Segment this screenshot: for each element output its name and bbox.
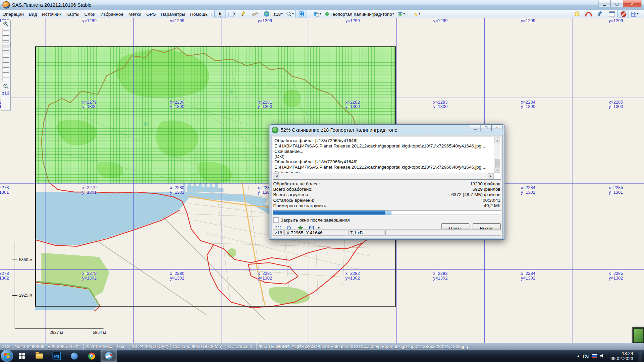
download-stats: Обработать не более:13230 файловВсего об… bbox=[273, 181, 500, 208]
flag-icon[interactable] bbox=[592, 354, 597, 358]
menu-item[interactable]: Избранное bbox=[98, 11, 125, 17]
close-after-finish-option[interactable]: Закрыть окно после завершения bbox=[273, 217, 350, 223]
checkbox-label: Закрыть окно после завершения bbox=[281, 218, 350, 223]
cursor-tool-button[interactable] bbox=[214, 10, 226, 18]
menu-toolbar-row: ОперацииВидИсточникКартыСлоиИзбранноеМет… bbox=[0, 10, 644, 18]
taskbar-chrome[interactable] bbox=[83, 350, 100, 362]
tile-grid-icon bbox=[631, 11, 637, 17]
tile-label: x=2281 y=1300 bbox=[258, 100, 272, 109]
mini-preview-image bbox=[634, 329, 643, 342]
menu-item[interactable]: Метки bbox=[126, 11, 144, 17]
download-log[interactable]: Обработка файла: [z18/x72965/y41646]E:\Н… bbox=[273, 137, 501, 180]
menu-item[interactable]: Карты bbox=[64, 11, 82, 17]
map-type-button[interactable]: ▾ bbox=[311, 10, 323, 18]
dialog-status-bar: z18 X:72965; Y:41646 7,1 кБ bbox=[273, 229, 501, 236]
window-title: SAS.Планета 201212.10106 Stable bbox=[12, 2, 92, 8]
scroll-right-icon[interactable]: ▶ bbox=[488, 173, 494, 179]
lamp-button[interactable] bbox=[571, 10, 583, 18]
close-button[interactable]: ✕ bbox=[623, 0, 642, 7]
stat-label: Обработать не более: bbox=[273, 181, 320, 187]
chevron-down-icon: ▾ bbox=[637, 12, 639, 16]
start-button[interactable] bbox=[1, 350, 13, 362]
taskbar-blue-app[interactable] bbox=[66, 350, 82, 362]
grid-icon bbox=[19, 353, 25, 359]
maximize-button[interactable]: ▢ bbox=[610, 0, 623, 7]
measure-tool-button[interactable] bbox=[237, 10, 249, 18]
zoom-slider-handle[interactable] bbox=[2, 43, 11, 46]
title-bar[interactable]: SAS.Планета 201212.10106 Stable ▁ ▢ ✕ bbox=[0, 0, 644, 10]
checkbox[interactable] bbox=[273, 217, 279, 223]
log-horizontal-scrollbar[interactable]: ◀ ▶ bbox=[274, 173, 494, 179]
globe-icon bbox=[264, 11, 269, 17]
taskbar-photoshop[interactable]: Ps bbox=[48, 350, 65, 362]
blue-app-icon bbox=[70, 352, 77, 359]
zoom-in-icon[interactable] bbox=[3, 21, 9, 26]
menu-item[interactable]: GPS bbox=[144, 11, 158, 17]
fullscreen-icon bbox=[299, 11, 304, 17]
magnifier-icon bbox=[286, 11, 291, 17]
status-segment-0: z13 bbox=[0, 343, 12, 350]
scroll-up-icon[interactable]: ▲ bbox=[494, 137, 500, 143]
pencil-icon bbox=[240, 11, 246, 17]
stat-value: 13230 файлов bbox=[470, 181, 500, 187]
chevron-down-icon: ▾ bbox=[319, 12, 321, 16]
status-segment-1: N54.60490368° E20.39257070° bbox=[12, 343, 84, 350]
taskbar-sas-planet[interactable] bbox=[101, 350, 117, 362]
map-source-selector[interactable]: Геопортал Калининград-топо ▾ bbox=[323, 10, 395, 18]
tray-expand-icon[interactable]: ▲ bbox=[577, 354, 580, 358]
dialog-close-button[interactable]: ✕ bbox=[491, 125, 502, 131]
zoom-level-dropdown[interactable]: z18 ▾ bbox=[272, 10, 284, 18]
chevron-down-icon: ▾ bbox=[392, 12, 394, 16]
edit-path-button[interactable] bbox=[594, 10, 606, 18]
fullscreen-toggle-button[interactable] bbox=[296, 10, 308, 18]
magnet-button[interactable] bbox=[583, 10, 594, 18]
taskbar: Ps ▲ RU 18:24 09.02.2023 bbox=[0, 350, 644, 362]
globe-button[interactable] bbox=[261, 10, 272, 18]
language-indicator[interactable]: RU bbox=[583, 353, 589, 358]
window-panels-icon bbox=[608, 11, 615, 16]
dialog-title-bar[interactable]: 52% Скачивание z18 Геопортал Калининград… bbox=[269, 125, 504, 135]
menu-item[interactable]: Вид bbox=[27, 11, 39, 17]
blue-pencil-icon bbox=[597, 11, 603, 17]
dialog-minimize-button[interactable]: ▁ bbox=[470, 125, 481, 131]
log-vertical-scrollbar[interactable]: ▲ ▼ bbox=[494, 137, 500, 173]
tile-grid-button[interactable]: ▾ bbox=[629, 10, 641, 18]
menu-item[interactable]: Слои bbox=[82, 11, 97, 17]
show-desktop-button[interactable] bbox=[639, 350, 642, 362]
minimize-button[interactable]: ▁ bbox=[598, 0, 611, 7]
zoom-tool-button[interactable]: ▾ bbox=[284, 10, 296, 18]
ruler-tool-button[interactable] bbox=[249, 10, 261, 18]
tray-clock[interactable]: 18:24 09.02.2023 bbox=[608, 351, 636, 361]
layers-button[interactable]: ▾ bbox=[395, 10, 407, 18]
favorites-button[interactable]: ★ ▾ bbox=[411, 10, 423, 18]
menu-item[interactable]: Источник bbox=[40, 11, 63, 17]
windows-flag-icon bbox=[4, 353, 10, 359]
scrollbar-thumb[interactable] bbox=[495, 159, 500, 168]
progress-fill-light bbox=[385, 210, 391, 215]
tile-label: x=2283 y=1299 bbox=[433, 18, 447, 23]
app-icon bbox=[2, 1, 10, 9]
scroll-down-icon[interactable]: ▼ bbox=[494, 167, 500, 173]
layers-icon bbox=[397, 11, 403, 17]
tile-label: x=2280 y=1300 bbox=[170, 100, 184, 109]
tile-label: x=2282 y=1299 bbox=[345, 18, 360, 23]
dialog-maximize-button[interactable]: ▢ bbox=[481, 125, 492, 131]
tile-label: x=2283 y=1300 bbox=[433, 100, 447, 109]
zoom-slider[interactable] bbox=[2, 28, 9, 82]
menu-item[interactable]: Параметры bbox=[159, 11, 187, 17]
log-line: Обработка файла: [z18/x72965/y41646] bbox=[274, 138, 493, 143]
taskbar-app-grid[interactable] bbox=[14, 350, 30, 362]
zoom-out-icon[interactable] bbox=[3, 83, 9, 89]
scroll-left-icon[interactable]: ◀ bbox=[274, 173, 279, 179]
volume-icon[interactable] bbox=[600, 354, 605, 358]
menu-item[interactable]: Операции bbox=[0, 11, 26, 17]
menu-item[interactable]: Помощь bbox=[188, 11, 210, 17]
suspend-downloads-button[interactable] bbox=[618, 10, 629, 18]
dialog-title: 52% Скачивание z18 Геопортал Калининград… bbox=[281, 127, 397, 133]
panels-button[interactable] bbox=[606, 10, 618, 18]
selection-tool-button[interactable]: ▾ bbox=[226, 10, 237, 18]
clock-date: 09.02.2023 bbox=[610, 356, 633, 361]
grid-line bbox=[133, 18, 133, 343]
taskbar-explorer[interactable] bbox=[31, 350, 48, 362]
tile-label: x=2281 y=1299 bbox=[258, 18, 272, 23]
